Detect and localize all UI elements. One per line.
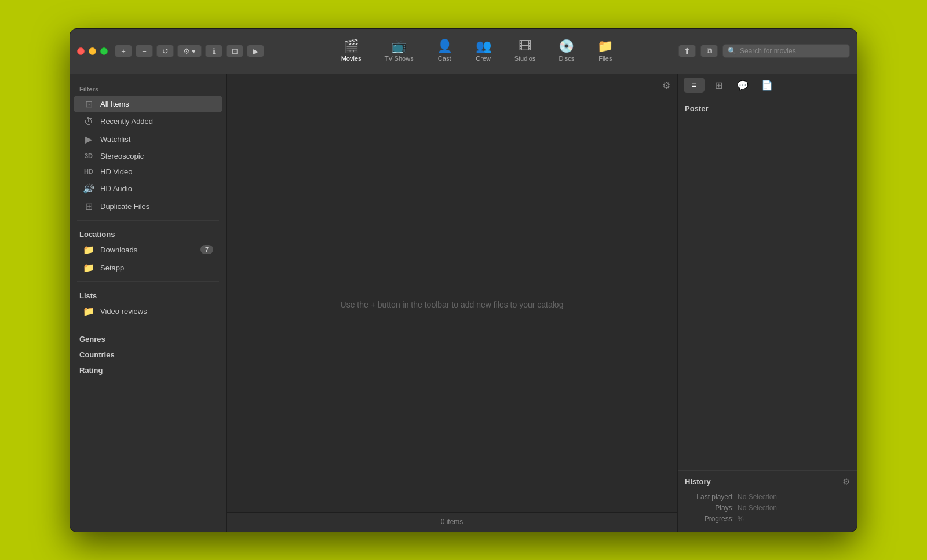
all-items-label: All Items [100, 100, 213, 108]
divider-3 [77, 325, 219, 325]
last-played-label: Last played: [685, 493, 734, 501]
right-tab-chat[interactable]: 💬 [732, 78, 753, 93]
tab-files[interactable]: 📁 Files [586, 36, 625, 65]
refresh-button[interactable]: ↺ [156, 45, 174, 57]
progress-value: % [738, 515, 744, 523]
tab-tvshows-label: TV Shows [385, 55, 414, 62]
sidebar-item-watchlist[interactable]: ▶ Watchlist [74, 131, 222, 148]
filters-section-title: Filters [70, 80, 226, 95]
tab-studios[interactable]: 🎞 Studios [503, 36, 548, 65]
divider-1 [77, 220, 219, 221]
tab-cast-label: Cast [438, 55, 451, 62]
lists-section-title[interactable]: Lists [70, 287, 226, 302]
watchlist-icon: ▶ [83, 134, 94, 145]
tab-movies[interactable]: 🎬 Movies [330, 36, 373, 65]
history-progress-row: Progress: % [685, 515, 850, 523]
chat-tab-icon: 💬 [737, 80, 749, 91]
duplicate-files-label: Duplicate Files [100, 202, 213, 211]
sidebar-item-stereoscopic[interactable]: 3D Stereoscopic [74, 149, 222, 163]
recently-added-icon: ⏱ [83, 116, 94, 127]
right-panel-tabs: ≡ ⊞ 💬 📄 [678, 74, 857, 97]
hd-audio-label: HD Audio [100, 184, 213, 193]
last-played-value: No Selection [738, 493, 777, 501]
tab-tvshows[interactable]: 📺 TV Shows [373, 36, 425, 65]
empty-message-text: Use the + button in the toolbar to add n… [341, 300, 564, 309]
right-tab-doc[interactable]: 📄 [757, 78, 778, 93]
close-button[interactable] [77, 47, 85, 55]
toolbar-left: + − ↺ ⚙ ▾ ℹ ⊡ ▶ [115, 45, 264, 57]
sidebar-item-downloads[interactable]: 📁 Downloads 7 [74, 241, 222, 258]
plays-label: Plays: [685, 504, 734, 512]
crew-icon: 👥 [476, 40, 491, 53]
info-button[interactable]: ℹ [205, 45, 222, 57]
sidebar-item-setapp[interactable]: 📁 Setapp [74, 259, 222, 276]
movies-icon: 🎬 [344, 40, 359, 53]
search-input[interactable] [740, 47, 845, 55]
history-section: History ⚙ Last played: No Selection Play… [678, 470, 857, 532]
downloads-badge: 7 [200, 245, 213, 254]
right-tab-grid[interactable]: ⊞ [708, 78, 729, 93]
hd-video-icon: HD [83, 168, 94, 175]
hd-video-label: HD Video [100, 167, 213, 176]
minimize-button[interactable] [89, 47, 96, 55]
poster-title: Poster [685, 104, 850, 113]
center-settings-icon[interactable]: ⚙ [662, 80, 670, 91]
stereoscopic-label: Stereoscopic [100, 152, 213, 160]
rating-section-title[interactable]: Rating [70, 361, 226, 377]
tab-discs-label: Discs [559, 55, 574, 62]
center-bottom-bar: 0 items [227, 512, 677, 532]
sidebar-item-all-items[interactable]: ⊡ All Items [74, 96, 222, 112]
sidebar: Filters ⊡ All Items ⏱ Recently Added ▶ W… [70, 74, 227, 532]
setapp-icon: 📁 [83, 262, 94, 273]
video-reviews-icon: 📁 [83, 306, 94, 317]
sidebar-item-recently-added[interactable]: ⏱ Recently Added [74, 114, 222, 130]
right-panel: ≡ ⊞ 💬 📄 Poster History [677, 74, 857, 532]
genres-section-title[interactable]: Genres [70, 330, 226, 346]
search-bar: 🔍 [722, 44, 850, 58]
sidebar-item-video-reviews[interactable]: 📁 Video reviews [74, 303, 222, 320]
divider-2 [77, 281, 219, 282]
tvshows-icon: 📺 [391, 40, 407, 53]
watchlist-label: Watchlist [100, 135, 213, 144]
discs-icon: 💿 [559, 40, 574, 53]
tab-crew-label: Crew [476, 55, 491, 62]
items-count: 0 items [441, 518, 464, 526]
hd-audio-icon: 🔊 [83, 183, 94, 194]
maximize-button[interactable] [100, 47, 108, 55]
right-divider [685, 118, 850, 118]
tab-crew[interactable]: 👥 Crew [464, 36, 503, 65]
play-button[interactable]: ▶ [247, 45, 264, 57]
locations-section-title[interactable]: Locations [70, 225, 226, 241]
filter-button[interactable]: ⧉ [700, 45, 718, 57]
display-button[interactable]: ⊡ [226, 45, 243, 57]
downloads-label: Downloads [100, 246, 195, 254]
recently-added-label: Recently Added [100, 117, 213, 126]
tab-discs[interactable]: 💿 Discs [547, 36, 586, 65]
main-content: Filters ⊡ All Items ⏱ Recently Added ▶ W… [70, 74, 857, 532]
sidebar-item-hd-video[interactable]: HD HD Video [74, 164, 222, 179]
center-empty-message: Use the + button in the toolbar to add n… [227, 97, 677, 512]
nav-tabs: 🎬 Movies 📺 TV Shows 👤 Cast 👥 Crew 🎞 Stu [276, 36, 678, 65]
cast-icon: 👤 [437, 40, 452, 53]
plays-value: No Selection [738, 504, 777, 512]
list-tab-icon: ≡ [691, 80, 696, 90]
right-tab-list[interactable]: ≡ [684, 78, 705, 93]
remove-button[interactable]: − [136, 45, 153, 57]
settings-dropdown-button[interactable]: ⚙ ▾ [177, 45, 202, 57]
sidebar-item-hd-audio[interactable]: 🔊 HD Audio [74, 180, 222, 197]
video-reviews-label: Video reviews [100, 307, 213, 316]
grid-tab-icon: ⊞ [715, 80, 722, 91]
tab-files-label: Files [598, 55, 612, 62]
traffic-lights [77, 47, 108, 55]
center-top-bar: ⚙ [227, 74, 677, 97]
history-settings-icon[interactable]: ⚙ [842, 477, 850, 487]
right-panel-content: Poster [678, 97, 857, 470]
poster-area [685, 124, 850, 463]
app-window: + − ↺ ⚙ ▾ ℹ ⊡ ▶ 🎬 Movies 📺 TV Shows 👤 Ca… [70, 28, 857, 532]
search-icon: 🔍 [728, 47, 736, 55]
share-button[interactable]: ⬆ [678, 45, 696, 57]
add-button[interactable]: + [115, 45, 132, 57]
sidebar-item-duplicate-files[interactable]: ⊞ Duplicate Files [74, 198, 222, 215]
tab-cast[interactable]: 👤 Cast [425, 36, 464, 65]
countries-section-title[interactable]: Countries [70, 346, 226, 361]
